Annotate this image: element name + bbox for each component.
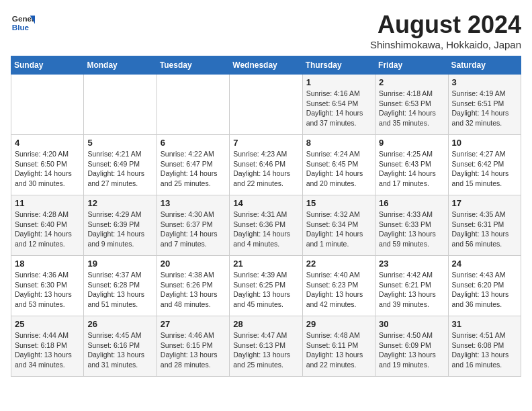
calendar-cell: 20Sunrise: 4:38 AM Sunset: 6:26 PM Dayli… bbox=[157, 256, 229, 316]
day-info: Sunrise: 4:24 AM Sunset: 6:45 PM Dayligh… bbox=[306, 149, 371, 189]
calendar-cell: 16Sunrise: 4:33 AM Sunset: 6:33 PM Dayli… bbox=[375, 195, 448, 256]
calendar-table: SundayMondayTuesdayWednesdayThursdayFrid… bbox=[11, 56, 521, 377]
calendar-cell: 28Sunrise: 4:47 AM Sunset: 6:13 PM Dayli… bbox=[230, 316, 302, 377]
day-info: Sunrise: 4:45 AM Sunset: 6:16 PM Dayligh… bbox=[87, 330, 152, 370]
calendar-cell: 19Sunrise: 4:37 AM Sunset: 6:28 PM Dayli… bbox=[84, 256, 157, 316]
calendar-cell: 27Sunrise: 4:46 AM Sunset: 6:15 PM Dayli… bbox=[157, 316, 229, 377]
day-info: Sunrise: 4:46 AM Sunset: 6:15 PM Dayligh… bbox=[161, 330, 226, 370]
day-number: 3 bbox=[452, 77, 517, 87]
calendar-cell: 2Sunrise: 4:18 AM Sunset: 6:53 PM Daylig… bbox=[375, 75, 448, 135]
calendar-cell: 25Sunrise: 4:44 AM Sunset: 6:18 PM Dayli… bbox=[11, 316, 84, 377]
day-info: Sunrise: 4:29 AM Sunset: 6:39 PM Dayligh… bbox=[87, 210, 152, 249]
calendar-cell: 11Sunrise: 4:28 AM Sunset: 6:40 PM Dayli… bbox=[11, 195, 84, 256]
calendar-cell: 23Sunrise: 4:42 AM Sunset: 6:21 PM Dayli… bbox=[375, 256, 448, 316]
day-number: 18 bbox=[15, 259, 80, 269]
day-number: 17 bbox=[452, 198, 517, 208]
calendar-cell: 14Sunrise: 4:31 AM Sunset: 6:36 PM Dayli… bbox=[230, 195, 302, 256]
calendar-cell: 10Sunrise: 4:27 AM Sunset: 6:42 PM Dayli… bbox=[448, 135, 521, 195]
calendar-cell: 26Sunrise: 4:45 AM Sunset: 6:16 PM Dayli… bbox=[84, 316, 157, 377]
calendar-body: 1Sunrise: 4:16 AM Sunset: 6:54 PM Daylig… bbox=[11, 75, 521, 377]
day-info: Sunrise: 4:20 AM Sunset: 6:50 PM Dayligh… bbox=[15, 149, 80, 189]
day-info: Sunrise: 4:30 AM Sunset: 6:37 PM Dayligh… bbox=[161, 210, 226, 249]
calendar-cell bbox=[11, 75, 84, 135]
calendar-cell: 12Sunrise: 4:29 AM Sunset: 6:39 PM Dayli… bbox=[84, 195, 157, 256]
day-info: Sunrise: 4:25 AM Sunset: 6:43 PM Dayligh… bbox=[379, 149, 444, 189]
day-number: 11 bbox=[15, 198, 80, 208]
day-info: Sunrise: 4:44 AM Sunset: 6:18 PM Dayligh… bbox=[15, 330, 80, 370]
day-number: 21 bbox=[233, 259, 298, 269]
calendar-week-2: 4Sunrise: 4:20 AM Sunset: 6:50 PM Daylig… bbox=[11, 135, 521, 195]
logo-icon: General Blue bbox=[11, 11, 35, 35]
day-number: 20 bbox=[161, 259, 226, 269]
day-number: 30 bbox=[379, 319, 444, 329]
calendar-week-5: 25Sunrise: 4:44 AM Sunset: 6:18 PM Dayli… bbox=[11, 316, 521, 377]
day-number: 5 bbox=[87, 138, 152, 148]
calendar-header: SundayMondayTuesdayWednesdayThursdayFrid… bbox=[11, 56, 521, 75]
day-header-saturday: Saturday bbox=[448, 56, 521, 75]
calendar-cell: 31Sunrise: 4:51 AM Sunset: 6:08 PM Dayli… bbox=[448, 316, 521, 377]
day-number: 26 bbox=[87, 319, 152, 329]
day-number: 25 bbox=[15, 319, 80, 329]
day-info: Sunrise: 4:40 AM Sunset: 6:23 PM Dayligh… bbox=[306, 270, 371, 310]
day-info: Sunrise: 4:48 AM Sunset: 6:11 PM Dayligh… bbox=[306, 330, 371, 370]
day-header-thursday: Thursday bbox=[302, 56, 375, 75]
day-number: 22 bbox=[306, 259, 371, 269]
page-subtitle: Shinshimokawa, Hokkaido, Japan bbox=[370, 39, 521, 50]
day-info: Sunrise: 4:32 AM Sunset: 6:34 PM Dayligh… bbox=[306, 210, 371, 249]
calendar-cell: 17Sunrise: 4:35 AM Sunset: 6:31 PM Dayli… bbox=[448, 195, 521, 256]
calendar-cell: 9Sunrise: 4:25 AM Sunset: 6:43 PM Daylig… bbox=[375, 135, 448, 195]
calendar-cell: 3Sunrise: 4:19 AM Sunset: 6:51 PM Daylig… bbox=[448, 75, 521, 135]
day-info: Sunrise: 4:27 AM Sunset: 6:42 PM Dayligh… bbox=[452, 149, 517, 189]
day-info: Sunrise: 4:35 AM Sunset: 6:31 PM Dayligh… bbox=[452, 210, 517, 249]
day-header-friday: Friday bbox=[375, 56, 448, 75]
calendar-cell: 7Sunrise: 4:23 AM Sunset: 6:46 PM Daylig… bbox=[230, 135, 302, 195]
day-info: Sunrise: 4:36 AM Sunset: 6:30 PM Dayligh… bbox=[15, 270, 80, 310]
day-header-tuesday: Tuesday bbox=[157, 56, 229, 75]
day-number: 10 bbox=[452, 138, 517, 148]
day-header-monday: Monday bbox=[84, 56, 157, 75]
day-number: 8 bbox=[306, 138, 371, 148]
day-info: Sunrise: 4:19 AM Sunset: 6:51 PM Dayligh… bbox=[452, 89, 517, 128]
day-header-wednesday: Wednesday bbox=[230, 56, 302, 75]
day-number: 12 bbox=[87, 198, 152, 208]
day-info: Sunrise: 4:39 AM Sunset: 6:25 PM Dayligh… bbox=[233, 270, 298, 310]
day-number: 13 bbox=[161, 198, 226, 208]
day-number: 7 bbox=[233, 138, 298, 148]
day-number: 24 bbox=[452, 259, 517, 269]
day-info: Sunrise: 4:33 AM Sunset: 6:33 PM Dayligh… bbox=[379, 210, 444, 249]
day-info: Sunrise: 4:23 AM Sunset: 6:46 PM Dayligh… bbox=[233, 149, 298, 189]
page-title: August 2024 bbox=[370, 11, 521, 39]
day-info: Sunrise: 4:37 AM Sunset: 6:28 PM Dayligh… bbox=[87, 270, 152, 310]
day-number: 15 bbox=[306, 198, 371, 208]
day-number: 23 bbox=[379, 259, 444, 269]
day-number: 19 bbox=[87, 259, 152, 269]
day-info: Sunrise: 4:43 AM Sunset: 6:20 PM Dayligh… bbox=[452, 270, 517, 310]
calendar-cell: 22Sunrise: 4:40 AM Sunset: 6:23 PM Dayli… bbox=[302, 256, 375, 316]
calendar-cell: 24Sunrise: 4:43 AM Sunset: 6:20 PM Dayli… bbox=[448, 256, 521, 316]
calendar-cell bbox=[230, 75, 302, 135]
calendar-cell: 18Sunrise: 4:36 AM Sunset: 6:30 PM Dayli… bbox=[11, 256, 84, 316]
calendar-cell: 5Sunrise: 4:21 AM Sunset: 6:49 PM Daylig… bbox=[84, 135, 157, 195]
day-number: 14 bbox=[233, 198, 298, 208]
day-info: Sunrise: 4:31 AM Sunset: 6:36 PM Dayligh… bbox=[233, 210, 298, 249]
day-info: Sunrise: 4:28 AM Sunset: 6:40 PM Dayligh… bbox=[15, 210, 80, 249]
calendar-week-1: 1Sunrise: 4:16 AM Sunset: 6:54 PM Daylig… bbox=[11, 75, 521, 135]
day-info: Sunrise: 4:51 AM Sunset: 6:08 PM Dayligh… bbox=[452, 330, 517, 370]
day-number: 28 bbox=[233, 319, 298, 329]
calendar-cell: 30Sunrise: 4:50 AM Sunset: 6:09 PM Dayli… bbox=[375, 316, 448, 377]
day-number: 31 bbox=[452, 319, 517, 329]
day-number: 6 bbox=[161, 138, 226, 148]
day-info: Sunrise: 4:18 AM Sunset: 6:53 PM Dayligh… bbox=[379, 89, 444, 128]
calendar-week-4: 18Sunrise: 4:36 AM Sunset: 6:30 PM Dayli… bbox=[11, 256, 521, 316]
calendar-cell: 6Sunrise: 4:22 AM Sunset: 6:47 PM Daylig… bbox=[157, 135, 229, 195]
title-block: August 2024 Shinshimokawa, Hokkaido, Jap… bbox=[370, 11, 521, 50]
day-info: Sunrise: 4:42 AM Sunset: 6:21 PM Dayligh… bbox=[379, 270, 444, 310]
logo: General Blue bbox=[11, 11, 35, 35]
calendar-cell: 13Sunrise: 4:30 AM Sunset: 6:37 PM Dayli… bbox=[157, 195, 229, 256]
calendar-week-3: 11Sunrise: 4:28 AM Sunset: 6:40 PM Dayli… bbox=[11, 195, 521, 256]
day-info: Sunrise: 4:21 AM Sunset: 6:49 PM Dayligh… bbox=[87, 149, 152, 189]
calendar-cell: 4Sunrise: 4:20 AM Sunset: 6:50 PM Daylig… bbox=[11, 135, 84, 195]
day-number: 2 bbox=[379, 77, 444, 87]
calendar-cell bbox=[84, 75, 157, 135]
calendar-cell: 1Sunrise: 4:16 AM Sunset: 6:54 PM Daylig… bbox=[302, 75, 375, 135]
